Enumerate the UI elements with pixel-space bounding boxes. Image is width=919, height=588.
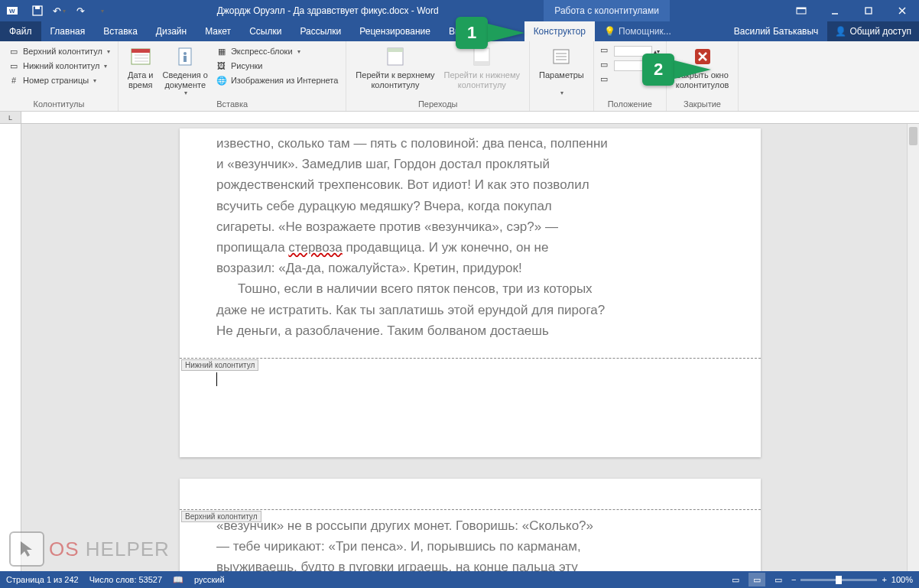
tab-review[interactable]: Рецензирование (350, 21, 440, 41)
page-1: известно, сколько там — пять с половиной… (180, 128, 761, 457)
tab-layout[interactable]: Макет (196, 21, 240, 41)
save-button[interactable] (28, 2, 47, 20)
callout-1-number: 1 (456, 17, 488, 49)
watermark-os: OS (49, 538, 80, 560)
body-text[interactable]: «везунчик» не в россыпи других монет. Го… (180, 479, 761, 571)
contextual-tab-title: Работа с колонтитулами (544, 0, 670, 21)
view-web-button[interactable]: ▭ (770, 573, 787, 586)
view-read-button[interactable]: ▭ (727, 573, 744, 586)
scrollbar-thumb[interactable] (909, 127, 917, 145)
goto-header-button[interactable]: Перейти к верхнему колонтитулу (351, 43, 439, 89)
header-label: Верхний колонтитул (181, 511, 261, 522)
zoom-thumb[interactable] (836, 576, 842, 584)
vertical-ruler[interactable] (0, 124, 21, 571)
group-label-hf: Колонтитулы (5, 98, 113, 111)
zoom-in-button[interactable]: + (882, 575, 886, 584)
text-line: Тошно, если в наличии всего пяток пенсов… (216, 278, 724, 299)
options-icon (549, 44, 573, 69)
quick-parts-label: Экспресс-блоки (231, 47, 293, 56)
quick-access-toolbar: ↶▾ ↷ ▾ (28, 2, 112, 20)
watermark-helper: HELPER (86, 538, 170, 560)
watermark: OS HELPER (9, 531, 170, 567)
tab-hf-design[interactable]: Конструктор (524, 21, 595, 41)
position-icon: ▭ (600, 45, 612, 57)
group-insert: Дата и время Сведения о документе▾ ▦Эксп… (119, 41, 346, 111)
page-number-label: Номер страницы (23, 76, 89, 85)
footer-area[interactable] (180, 372, 217, 386)
pictures-label: Рисунки (231, 61, 263, 70)
page-2: Верхний колонтитул «везунчик» не в россы… (180, 479, 761, 571)
redo-button[interactable]: ↷ (70, 2, 90, 20)
share-icon: 👤 (835, 26, 846, 37)
callout-2-number: 2 (642, 54, 674, 86)
document-title: Джордж Оруэлл - Да здравствует фикус.doc… (112, 5, 544, 16)
quick-parts-button[interactable]: ▦Экспресс-блоки▾ (213, 44, 341, 58)
tab-design[interactable]: Дизайн (147, 21, 196, 41)
tab-insert[interactable]: Вставка (94, 21, 147, 41)
page-scroll[interactable]: известно, сколько там — пять с половиной… (21, 124, 919, 571)
view-print-button[interactable]: ▭ (749, 573, 765, 586)
text-line: «везунчик» не в россыпи других монет. Го… (216, 515, 724, 536)
horizontal-ruler[interactable] (21, 112, 919, 124)
tab-mailings[interactable]: Рассылки (291, 21, 350, 41)
document-info-button[interactable]: Сведения о документе▾ (158, 43, 213, 96)
close-button[interactable] (885, 0, 919, 21)
callout-1: 1 (456, 17, 524, 49)
tab-file[interactable]: Файл (0, 21, 41, 41)
online-pictures-button[interactable]: 🌐Изображения из Интернета (213, 73, 341, 87)
text-line: известно, сколько там — пять с половиной… (216, 133, 724, 154)
group-label-options (534, 98, 589, 111)
qat-customize[interactable]: ▾ (92, 2, 112, 20)
goto-footer-button: Перейти к нижнему колонтитулу (440, 43, 524, 89)
date-time-button[interactable]: Дата и время (123, 43, 158, 89)
goto-header-label: Перейти к верхнему колонтитулу (356, 70, 434, 89)
body-text[interactable]: известно, сколько там — пять с половиной… (180, 128, 761, 341)
zoom-slider[interactable] (800, 579, 877, 581)
status-word-count[interactable]: Число слов: 53527 (89, 575, 162, 584)
group-label-insert: Вставка (123, 98, 341, 111)
footer-boundary (180, 358, 761, 359)
text-line: пропищала стервоза продавщица. И уж коне… (216, 237, 724, 258)
date-time-label: Дата и время (128, 70, 154, 89)
status-page[interactable]: Страница 1 из 242 (6, 575, 79, 584)
ribbon-options-button[interactable] (784, 0, 818, 21)
document-area: известно, сколько там — пять с половиной… (0, 124, 919, 571)
undo-button[interactable]: ↶▾ (49, 2, 69, 20)
zoom-out-button[interactable]: − (791, 575, 796, 584)
status-language[interactable]: русский (194, 575, 224, 584)
tell-me-search[interactable]: 💡 Помощник... (595, 21, 680, 41)
page-number-icon: # (8, 74, 20, 86)
share-button[interactable]: 👤 Общий доступ (827, 21, 919, 41)
page-number-button[interactable]: #Номер страницы▾ (5, 73, 113, 87)
spellcheck-word[interactable]: стервоза (288, 240, 342, 255)
bulb-icon: 💡 (604, 26, 615, 37)
text-line: выуживаешь, будто в пуговки играешь, на … (216, 557, 724, 571)
footer-button[interactable]: ▭Нижний колонтитул▾ (5, 59, 113, 73)
pictures-button[interactable]: 🖼Рисунки (213, 59, 341, 73)
maximize-button[interactable] (852, 0, 885, 21)
tab-references[interactable]: Ссылки (240, 21, 291, 41)
online-pictures-label: Изображения из Интернета (231, 76, 338, 85)
spellcheck-icon[interactable]: 📖 (173, 575, 183, 585)
share-label: Общий доступ (849, 26, 911, 37)
zoom-value[interactable]: 100% (891, 575, 913, 584)
group-label-position: Положение (599, 98, 661, 111)
header-button[interactable]: ▭Верхний колонтитул▾ (5, 44, 113, 58)
group-label-nav: Переходы (351, 98, 524, 111)
text-line: рождественский трехпенсовик. Вот идиот! … (216, 174, 724, 195)
tab-home[interactable]: Главная (41, 21, 95, 41)
text-cursor (216, 372, 217, 386)
group-navigation: Перейти к верхнему колонтитулу Перейти к… (346, 41, 530, 111)
ruler-corner[interactable]: L (0, 112, 21, 124)
minimize-button[interactable] (818, 0, 852, 21)
position-icon: ▭ (600, 60, 612, 72)
document-info-icon (173, 44, 197, 69)
text-line: всучить себе дурацкую медяшку? Вчера, ко… (216, 196, 724, 216)
online-pictures-icon: 🌐 (216, 74, 228, 86)
options-button[interactable]: Параметры▾ (534, 43, 589, 96)
document-info-label: Сведения о документе (163, 70, 208, 89)
vertical-scrollbar[interactable] (907, 124, 919, 571)
svg-rect-22 (474, 61, 489, 65)
group-headers-footers: ▭Верхний колонтитул▾ ▭Нижний колонтитул▾… (0, 41, 119, 111)
user-name[interactable]: Василий Батькавыч (725, 21, 828, 41)
